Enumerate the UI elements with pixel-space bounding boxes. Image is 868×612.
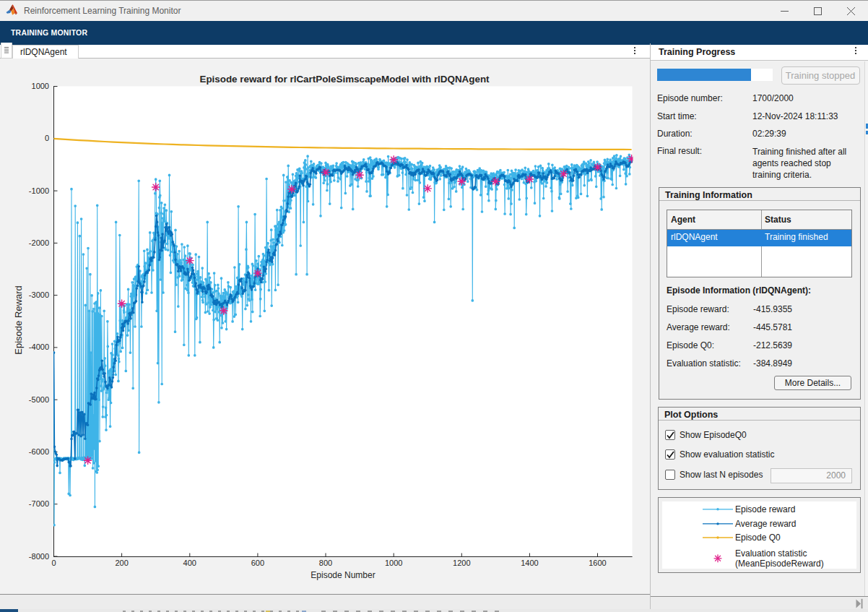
svg-text:Episode Number: Episode Number — [311, 570, 375, 580]
svg-text:800: 800 — [319, 559, 332, 567]
svg-text:1600: 1600 — [589, 559, 606, 567]
svg-text:200: 200 — [115, 559, 128, 567]
svg-text:-4000: -4000 — [29, 342, 49, 351]
svg-text:1000: 1000 — [32, 82, 49, 90]
svg-text:0: 0 — [51, 559, 56, 567]
svg-text:Episode reward for rlCartPoleS: Episode reward for rlCartPoleSimscapeMod… — [199, 74, 490, 85]
svg-text:Episode Reward: Episode Reward — [13, 285, 24, 354]
svg-text:1400: 1400 — [521, 559, 538, 567]
svg-text:-3000: -3000 — [29, 290, 49, 299]
svg-text:600: 600 — [251, 559, 264, 567]
svg-text:0: 0 — [45, 134, 49, 142]
svg-text:-7000: -7000 — [29, 499, 49, 508]
svg-text:1200: 1200 — [453, 559, 470, 567]
svg-text:-5000: -5000 — [29, 395, 49, 404]
svg-text:-2000: -2000 — [29, 238, 49, 247]
svg-text:-6000: -6000 — [29, 447, 49, 456]
svg-text:400: 400 — [183, 559, 196, 567]
svg-text:-1000: -1000 — [29, 186, 49, 195]
svg-text:-8000: -8000 — [29, 552, 49, 561]
svg-text:1000: 1000 — [385, 559, 402, 567]
